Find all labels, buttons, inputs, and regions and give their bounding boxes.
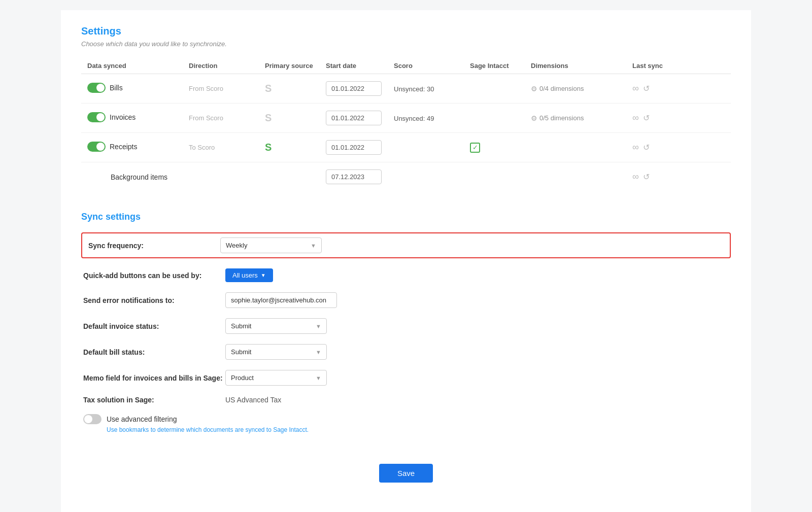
memo-field-row: Memo field for invoices and bills in Sag… [83, 365, 731, 391]
cell-direction-invoices: From Scoro [183, 104, 259, 133]
toggle-track-invoices [87, 112, 106, 122]
col-header-data-synced: Data synced [81, 58, 183, 74]
sage-icon-receipts: S [265, 142, 272, 153]
cell-data-synced-bills: Bills [81, 74, 183, 104]
send-error-row: Send error notifications to: [83, 287, 731, 313]
sync-frequency-row: Sync frequency: Weekly ▼ [81, 232, 731, 258]
cell-scoro-background-items [388, 162, 464, 192]
cell-sage-bills [464, 74, 525, 104]
cell-primary-bills: S [259, 74, 320, 104]
infinity-icon-receipts: ∞ [632, 142, 639, 153]
col-header-direction: Direction [183, 58, 259, 74]
sync-settings-section: Sync settings Sync frequency: Weekly ▼ Q… [81, 212, 731, 438]
chevron-down-icon: ▼ [311, 243, 316, 249]
sage-icon-bills: S [265, 83, 272, 94]
cell-start-date-bills [320, 74, 388, 104]
toggle-track-bills [87, 83, 106, 93]
action-icons-background-items: ∞ ↺ [632, 172, 725, 182]
toggle-thumb [84, 415, 92, 423]
cell-dimensions-receipts [525, 133, 626, 162]
toggle-receipts[interactable]: Receipts [87, 142, 137, 152]
cell-data-synced-receipts: Receipts [81, 133, 183, 162]
cell-data-synced-background-items: Background items [81, 162, 183, 192]
cell-start-date-invoices [320, 104, 388, 133]
tax-solution-row: Tax solution in Sage: US Advanced Tax [83, 391, 731, 409]
main-container: Settings Choose which data you would lik… [61, 10, 751, 512]
table-row-bills: Bills From ScoroS Unsynced: 30 ⚙ 0/4 dim… [81, 74, 731, 104]
chevron-down-icon: ▼ [316, 323, 321, 329]
cell-last-sync-background-items: ∞ ↺ [626, 162, 731, 192]
default-invoice-value: Submit [231, 322, 251, 330]
start-date-input-receipts[interactable] [326, 140, 382, 155]
start-date-input-background-items[interactable] [326, 169, 382, 184]
all-users-value: All users [232, 271, 258, 279]
cell-direction-bills: From Scoro [183, 74, 259, 104]
send-error-input[interactable] [225, 292, 337, 308]
cell-primary-background-items [259, 162, 320, 192]
scoro-status-invoices: Unsynced: 49 [394, 115, 434, 122]
toggle-thumb-invoices [96, 113, 105, 121]
infinity-icon-bills: ∞ [632, 83, 639, 94]
action-icons-bills: ∞ ↺ [632, 83, 725, 94]
table-row-background-items: Background items ∞ ↺ [81, 162, 731, 192]
setting-rows-container: Quick-add buttons can be used by: All us… [81, 263, 731, 438]
default-bill-dropdown[interactable]: Submit ▼ [225, 344, 327, 360]
sync-frequency-dropdown[interactable]: Weekly ▼ [220, 237, 322, 253]
tax-solution-label: Tax solution in Sage: [83, 396, 225, 404]
cell-dimensions-bills: ⚙ 0/4 dimensions [525, 74, 626, 104]
start-date-input-bills[interactable] [326, 81, 382, 96]
sync-frequency-value: Weekly [226, 242, 247, 249]
action-icons-invoices: ∞ ↺ [632, 113, 725, 123]
default-bill-label: Default bill status: [83, 348, 225, 356]
chevron-down-icon: ▼ [316, 349, 321, 355]
send-error-label: Send error notifications to: [83, 296, 225, 304]
toggle-invoices[interactable]: Invoices [87, 112, 136, 122]
row-label-invoices: Invoices [110, 113, 136, 121]
cell-dimensions-background-items [525, 162, 626, 192]
memo-field-dropdown[interactable]: Product ▼ [225, 370, 327, 386]
advanced-filter-top: Use advanced filtering [83, 414, 731, 424]
cell-last-sync-invoices: ∞ ↺ [626, 104, 731, 133]
cell-scoro-receipts [388, 133, 464, 162]
col-header-sage-intacct: Sage Intacct [464, 58, 525, 74]
col-header-start-date: Start date [320, 58, 388, 74]
page-subtitle: Choose which data you would like to sync… [81, 40, 731, 48]
memo-field-label: Memo field for invoices and bills in Sag… [83, 374, 225, 382]
refresh-icon-bills[interactable]: ↺ [643, 84, 650, 93]
cell-sage-receipts: ✓ [464, 133, 525, 162]
sage-icon-invoices: S [265, 112, 272, 123]
cell-dimensions-invoices: ⚙ 0/5 dimensions [525, 104, 626, 133]
cell-primary-receipts: S [259, 133, 320, 162]
default-invoice-dropdown[interactable]: Submit ▼ [225, 318, 327, 334]
chevron-down-icon: ▼ [261, 272, 266, 278]
start-date-input-invoices[interactable] [326, 111, 382, 125]
refresh-icon-receipts[interactable]: ↺ [643, 143, 650, 152]
dimensions-invoices: ⚙ 0/5 dimensions [531, 114, 620, 122]
table-row-invoices: Invoices From ScoroS Unsynced: 49 ⚙ 0/5 … [81, 104, 731, 133]
refresh-icon-invoices[interactable]: ↺ [643, 113, 650, 123]
col-header-scoro: Scoro [388, 58, 464, 74]
default-invoice-label: Default invoice status: [83, 322, 225, 330]
cell-primary-invoices: S [259, 104, 320, 133]
default-invoice-row: Default invoice status: Submit ▼ [83, 313, 731, 339]
refresh-icon-background-items[interactable]: ↺ [643, 172, 650, 182]
cell-scoro-invoices: Unsynced: 49 [388, 104, 464, 133]
save-button[interactable]: Save [379, 464, 433, 483]
cell-last-sync-receipts: ∞ ↺ [626, 133, 731, 162]
sync-settings-title: Sync settings [81, 212, 731, 222]
advanced-filter-row: Use advanced filtering Use bookmarks to … [83, 409, 731, 438]
infinity-icon-background-items: ∞ [632, 172, 639, 182]
cell-scoro-bills: Unsynced: 30 [388, 74, 464, 104]
sage-check-receipts: ✓ [470, 143, 480, 153]
advanced-filter-toggle[interactable] [83, 414, 101, 424]
filter-icon: ⚙ [531, 85, 537, 93]
table-row-receipts: Receipts To ScoroS ✓ ∞ ↺ [81, 133, 731, 162]
action-icons-receipts: ∞ ↺ [632, 142, 725, 153]
row-label-background-items: Background items [111, 173, 167, 181]
toggle-bills[interactable]: Bills [87, 83, 123, 93]
all-users-button[interactable]: All users ▼ [225, 268, 273, 282]
cell-sage-invoices [464, 104, 525, 133]
col-header-last-sync: Last sync [626, 58, 731, 74]
cell-start-date-receipts [320, 133, 388, 162]
cell-data-synced-invoices: Invoices [81, 104, 183, 133]
